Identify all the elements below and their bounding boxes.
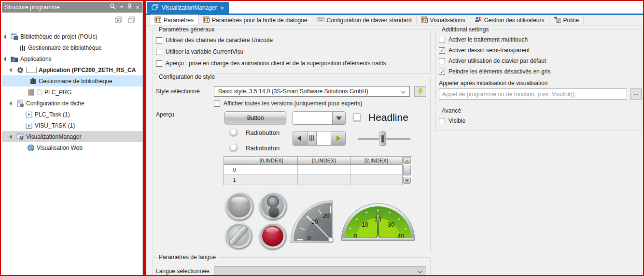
search-icon[interactable]: [109, 3, 116, 12]
tree-item-application[interactable]: Application (PFC200_2ETH_RS_CA: [2, 64, 142, 75]
preview-label: Aperçu: [156, 111, 174, 118]
spin-grip: [308, 131, 317, 145]
tree-item-visualization-manager[interactable]: M VisualizationManager: [2, 131, 142, 142]
checkbox[interactable]: [439, 69, 445, 75]
dropdown-caret-icon[interactable]: [120, 4, 124, 11]
checkbox[interactable]: [156, 60, 162, 67]
refresh-style-button[interactable]: [414, 86, 426, 97]
preview-headline-label: Headline: [368, 112, 408, 123]
tree-item-plc-task[interactable]: PLC_Task (1): [2, 109, 142, 120]
expander-icon[interactable]: [9, 101, 14, 105]
project-library-icon: [11, 33, 18, 41]
spin-left-arrow-icon: [293, 131, 308, 145]
checkbox[interactable]: [439, 118, 445, 124]
language-select[interactable]: [214, 266, 426, 276]
tree-item-plc-prg[interactable]: ST PLC_PRG: [2, 87, 142, 98]
tree-item-web-visualization[interactable]: Visualisation Web: [2, 142, 142, 153]
close-tab-icon[interactable]: ×: [221, 4, 224, 12]
editor-area: VisualizationManager × Paramètres Paramè…: [146, 2, 644, 276]
tab-visualisations[interactable]: Visualisations: [417, 15, 470, 25]
panel-title: Structure programme: [5, 4, 109, 11]
application-status-box: [26, 67, 37, 73]
tree-item-project-library[interactable]: Bibliothèque de projet (POUs): [2, 31, 142, 42]
checkbox[interactable]: [439, 47, 445, 54]
tab-parametres[interactable]: Paramètres: [150, 15, 198, 25]
checkbox-gray-disabled[interactable]: Peindre les éléments désactivés en gris: [439, 68, 550, 75]
checkbox[interactable]: [156, 49, 162, 55]
checkbox[interactable]: [439, 37, 445, 43]
tree-item-applications[interactable]: Applications: [2, 53, 142, 64]
checkbox-show-all-versions[interactable]: Afficher toutes les versions (uniquement…: [214, 100, 362, 107]
style-select[interactable]: Basic style, 3.5.14.0 (3S-Smart Software…: [214, 86, 410, 97]
call-after-init-label: Appeler après initialisation de visualis…: [439, 80, 547, 87]
applications-icon: [11, 55, 18, 63]
checkbox[interactable]: [156, 37, 162, 44]
web-visu-icon: [27, 144, 35, 152]
tab-configuration-clavier[interactable]: Configuration de clavier standard: [312, 15, 417, 25]
group-additional-settings: Additional settings Activer le traitemen…: [435, 29, 642, 108]
group-title: Avancé: [440, 107, 463, 114]
tree-item-app-library-manager[interactable]: Gestionnaire de bibliothèque: [2, 75, 142, 87]
checkbox-preview-client-animations[interactable]: Aperçu : prise en charge des animations …: [156, 60, 386, 67]
settings-content: Paramètres généraux Utiliser des chaînes…: [146, 26, 644, 276]
keyboard-icon: [317, 17, 324, 24]
pou-state-icon: [37, 89, 42, 95]
settings-tab-bar: Paramètres Paramètres pour la boîte de d…: [146, 15, 644, 26]
group-parametres-langue: Paramètres de langue Langue sélectionnée: [153, 257, 431, 276]
checkbox-default-keyboard[interactable]: Activer utilisation de clavier par défau…: [439, 58, 546, 64]
preview-semi-gauge: 0 10 20 30 40: [341, 200, 415, 241]
tree-item-task-configuration[interactable]: Configuration de tâche: [2, 98, 142, 109]
collapse-all-icon[interactable]: −: [127, 16, 136, 26]
expander-icon[interactable]: [3, 57, 8, 61]
expander-icon[interactable]: [3, 34, 8, 39]
visu-manager-icon: M: [16, 133, 24, 141]
document-tab-title: VisualizationManager: [162, 4, 217, 11]
tab-police[interactable]: Police: [549, 15, 584, 25]
scroll-up-icon: [403, 157, 411, 164]
checkbox-current-visu[interactable]: Utiliser la variable CurrentVisu: [156, 48, 243, 55]
document-tab-bar: VisualizationManager ×: [146, 2, 644, 14]
checkbox-multitouch[interactable]: Activer le traitement multitouch: [439, 36, 528, 43]
checkbox-semitransparent[interactable]: Activer dessin semi-transparent: [439, 47, 530, 54]
browse-button[interactable]: ...: [630, 88, 642, 100]
panel-divider: [143, 1, 146, 276]
tab-gestion-utilisateurs[interactable]: Gestion des utilisateurs: [470, 15, 549, 25]
group-title: Additional settings: [440, 26, 490, 33]
tree-item-visu-task[interactable]: VISU_TASK (1): [2, 120, 142, 131]
st-pou-icon: ST: [27, 88, 35, 96]
svg-text:20: 20: [323, 213, 330, 219]
preview-spin-control: [293, 131, 346, 145]
expand-all-icon[interactable]: +: [114, 16, 123, 26]
group-parametres-generaux: Paramètres généraux Utiliser des chaînes…: [153, 29, 431, 74]
close-icon[interactable]: ×: [136, 3, 140, 11]
combo-arrow-icon: [332, 112, 345, 124]
call-after-init-input[interactable]: [439, 88, 627, 100]
preview-rotary-switch: [225, 222, 252, 249]
selected-language-label: Langue sélectionnée: [156, 268, 210, 275]
task-config-icon: [16, 100, 24, 107]
table-row: 1: [224, 175, 412, 185]
checkbox-visible[interactable]: Visible: [439, 117, 465, 124]
preview-push-button: [225, 192, 254, 221]
chevron-down-icon: [401, 89, 406, 94]
expander-icon[interactable]: [9, 68, 14, 72]
scroll-thumb: [403, 165, 411, 175]
checkbox[interactable]: [214, 101, 220, 107]
spin-right-arrow-icon: [331, 131, 345, 145]
document-icon: [152, 4, 158, 12]
table-row: 0: [224, 165, 412, 175]
users-icon: [475, 16, 482, 24]
checkbox-unicode-strings[interactable]: Utiliser des chaînes de caractère Unicod…: [156, 37, 273, 44]
svg-text:−: −: [130, 18, 132, 23]
expander-icon[interactable]: [9, 134, 14, 139]
tab-parametres-boite-dialogue[interactable]: Paramètres pour la boîte de dialogue: [198, 15, 312, 25]
group-title: Paramètres généraux: [157, 26, 216, 33]
pin-icon[interactable]: [127, 3, 132, 11]
checkbox[interactable]: [439, 58, 445, 64]
preview-quarter-gauge: 0 10 20: [290, 196, 335, 244]
group-configuration-style: Configuration de style Style sélectionné…: [153, 77, 431, 253]
svg-text:M: M: [19, 135, 23, 141]
tree-item-library-manager[interactable]: Gestionnaire de bibliothèque: [2, 42, 142, 53]
preview-red-lamp: [259, 222, 287, 250]
document-tab-visualization-manager[interactable]: VisualizationManager ×: [147, 2, 229, 14]
